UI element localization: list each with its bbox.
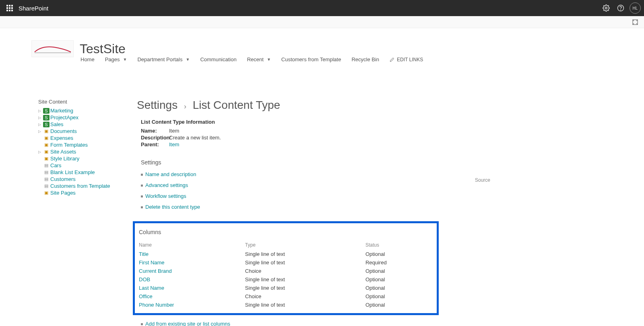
- nav-item[interactable]: Home: [80, 56, 95, 62]
- svg-rect-4: [9, 7, 10, 9]
- column-row: Phone NumberSingle line of textOptional: [139, 301, 433, 309]
- expand-icon[interactable]: ▷: [38, 109, 42, 113]
- tree-item-link[interactable]: Documents: [50, 128, 77, 134]
- site-logo[interactable]: [31, 40, 74, 57]
- suite-brand[interactable]: SharePoint: [19, 5, 48, 12]
- breadcrumb-current: List Content Type: [193, 99, 280, 111]
- info-desc-label: Description:: [141, 135, 169, 141]
- bullet-icon: [141, 174, 143, 176]
- bullet-icon: [141, 323, 143, 325]
- tree-item-link[interactable]: Blank List Example: [50, 169, 95, 175]
- tree-item-link[interactable]: Customers: [50, 176, 76, 182]
- column-status: Optional: [365, 276, 433, 282]
- column-row: TitleSingle line of textOptional: [139, 250, 433, 258]
- expand-icon[interactable]: ▷: [38, 123, 42, 127]
- tree-item-link[interactable]: Expenses: [50, 135, 73, 141]
- tree-item[interactable]: ▣Form Templates: [38, 141, 137, 148]
- bullet-icon: [141, 185, 143, 187]
- column-name-link[interactable]: Phone Number: [139, 302, 174, 308]
- info-parent-label: Parent:: [141, 141, 169, 147]
- column-type: Choice: [245, 293, 365, 299]
- app-launcher-icon[interactable]: [3, 2, 16, 15]
- tree-item-link[interactable]: Form Templates: [50, 142, 88, 148]
- columns-heading: Columns: [139, 229, 433, 235]
- tree-item[interactable]: ▤Customers: [38, 176, 137, 183]
- settings-link[interactable]: Name and description: [145, 171, 196, 177]
- tree-item-link[interactable]: Style Library: [50, 156, 79, 162]
- tree-item[interactable]: ▤Cars: [38, 162, 137, 169]
- col-header-status: Status: [365, 242, 433, 248]
- tree-item[interactable]: ▷SMarketing: [38, 107, 137, 114]
- columns-footer-link[interactable]: Add from existing site or list columns: [145, 321, 230, 326]
- column-name-link[interactable]: Office: [139, 293, 153, 299]
- breadcrumb-separator-icon: ›: [184, 102, 186, 110]
- expand-icon[interactable]: ▷: [38, 150, 42, 154]
- settings-link[interactable]: Delete this content type: [145, 204, 200, 210]
- column-type: Single line of text: [245, 251, 365, 257]
- tree-item[interactable]: ▷SProjectApex: [38, 114, 137, 121]
- column-status: Optional: [365, 268, 433, 274]
- column-row: Current BrandChoiceOptional: [139, 267, 433, 275]
- settings-link-row: Advanced settings: [141, 180, 620, 191]
- help-icon[interactable]: [613, 1, 628, 15]
- tree-item-link[interactable]: Sales: [50, 121, 64, 127]
- column-name-link[interactable]: First Name: [139, 260, 165, 266]
- quick-launch: Site Content ▷SMarketing▷SProjectApex▷SS…: [0, 42, 137, 326]
- tree-item[interactable]: ▷▣Documents: [38, 128, 137, 135]
- column-status: Optional: [365, 251, 433, 257]
- column-row: Last NameSingle line of textOptional: [139, 284, 433, 292]
- tree-item-link[interactable]: ProjectApex: [50, 114, 78, 120]
- svg-rect-5: [11, 7, 13, 9]
- tree-item[interactable]: ▣Site Pages: [38, 189, 137, 196]
- site-content-tree: ▷SMarketing▷SProjectApex▷SSales▷▣Documen…: [38, 107, 137, 196]
- tree-item[interactable]: ▷SSales: [38, 121, 137, 128]
- subsite-icon: S: [43, 108, 50, 114]
- column-type: Single line of text: [245, 302, 365, 308]
- svg-point-11: [621, 10, 621, 10]
- suite-bar: SharePoint HL: [0, 0, 644, 16]
- svg-rect-0: [6, 5, 8, 6]
- column-row: First NameSingle line of textRequired: [139, 258, 433, 267]
- tree-item[interactable]: ▷▣Site Assets: [38, 148, 137, 155]
- breadcrumb-root[interactable]: Settings: [137, 99, 178, 111]
- tree-item[interactable]: ▣Style Library: [38, 155, 137, 162]
- page-body: TestSite HomePages▼Department Portals▼Co…: [0, 28, 644, 326]
- info-parent-link[interactable]: Item: [169, 141, 179, 147]
- tree-item[interactable]: ▤Blank List Example: [38, 169, 137, 176]
- tree-item-link[interactable]: Marketing: [50, 108, 73, 114]
- site-title[interactable]: TestSite: [80, 42, 126, 56]
- settings-link[interactable]: Workflow settings: [145, 193, 186, 199]
- columns-header-row: Name Type Status: [139, 241, 433, 249]
- column-status: Optional: [365, 302, 433, 308]
- tree-item-link[interactable]: Cars: [50, 162, 61, 168]
- focus-content-icon[interactable]: [631, 18, 639, 26]
- main-content: Settings › List Content Type List Conten…: [137, 42, 644, 326]
- svg-rect-6: [6, 10, 8, 11]
- column-name-link[interactable]: Last Name: [139, 285, 164, 291]
- expand-icon[interactable]: ▷: [38, 116, 42, 120]
- site-content-heading: Site Content: [38, 99, 137, 105]
- settings-icon[interactable]: [599, 1, 613, 15]
- nav-item[interactable]: Pages▼: [105, 56, 127, 62]
- expand-icon[interactable]: ▷: [38, 129, 42, 133]
- column-name-link[interactable]: Current Brand: [139, 268, 172, 274]
- site-header: TestSite: [31, 40, 126, 57]
- list-icon: ▤: [43, 170, 50, 175]
- tree-item-link[interactable]: Customers from Template: [50, 183, 110, 189]
- info-name-label: Name:: [141, 128, 169, 134]
- library-icon: ▣: [43, 129, 50, 134]
- settings-link[interactable]: Advanced settings: [145, 182, 188, 188]
- library-icon: ▣: [43, 149, 50, 155]
- tree-item[interactable]: ▣Expenses: [38, 135, 137, 141]
- tree-item-link[interactable]: Site Assets: [50, 149, 76, 155]
- column-name-link[interactable]: DOB: [139, 276, 150, 282]
- tree-item[interactable]: ▤Customers from Template: [38, 183, 137, 189]
- column-name-link[interactable]: Title: [139, 251, 149, 257]
- col-header-source: Source: [475, 177, 490, 183]
- svg-rect-3: [6, 7, 8, 9]
- column-type: Choice: [245, 268, 365, 274]
- tree-item-link[interactable]: Site Pages: [50, 190, 76, 196]
- settings-link-row: Name and description: [141, 169, 620, 180]
- user-avatar[interactable]: HL: [630, 2, 641, 14]
- list-icon: ▤: [43, 176, 50, 182]
